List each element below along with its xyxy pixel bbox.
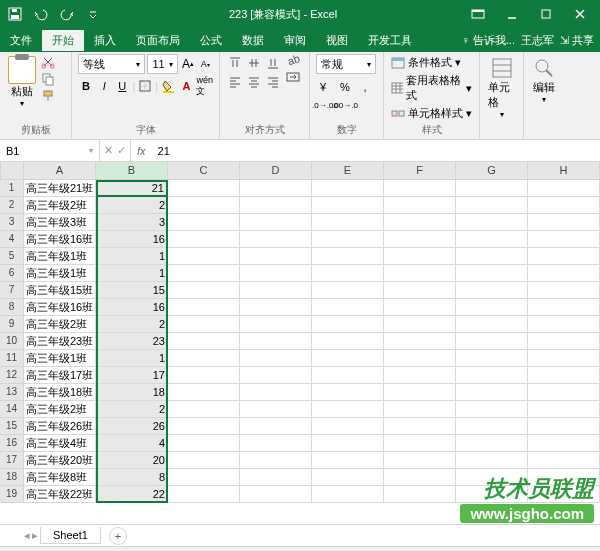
align-left-button[interactable]	[226, 73, 244, 91]
copy-button[interactable]	[40, 71, 56, 87]
cell[interactable]	[168, 367, 240, 384]
tab-文件[interactable]: 文件	[0, 30, 42, 51]
cell[interactable]	[528, 197, 600, 214]
cell[interactable]	[168, 435, 240, 452]
cell[interactable]	[528, 452, 600, 469]
cell[interactable]: 高三年级1班	[24, 265, 96, 282]
font-name-combo[interactable]: 等线▾	[78, 54, 145, 74]
cell[interactable]	[312, 197, 384, 214]
increase-font-button[interactable]: A▴	[180, 55, 195, 73]
cut-button[interactable]	[40, 54, 56, 70]
row-header[interactable]: 5	[0, 248, 24, 265]
cell[interactable]	[240, 265, 312, 282]
formula-input[interactable]	[152, 140, 600, 161]
fx-icon[interactable]: fx	[131, 145, 152, 157]
col-header-F[interactable]: F	[384, 162, 456, 180]
conditional-format-button[interactable]: 条件格式 ▾	[390, 54, 473, 71]
row-header[interactable]: 8	[0, 299, 24, 316]
cell[interactable]	[528, 350, 600, 367]
cell[interactable]	[528, 265, 600, 282]
cell[interactable]	[456, 265, 528, 282]
tab-视图[interactable]: 视图	[316, 30, 358, 51]
cell[interactable]	[384, 197, 456, 214]
cell[interactable]: 16	[96, 299, 168, 316]
cell[interactable]	[312, 350, 384, 367]
row-header[interactable]: 13	[0, 384, 24, 401]
cell[interactable]	[312, 469, 384, 486]
cell[interactable]: 高三年级26班	[24, 418, 96, 435]
phonetic-button[interactable]: wén文	[196, 77, 213, 95]
cell[interactable]: 18	[96, 384, 168, 401]
cell[interactable]	[312, 435, 384, 452]
cell[interactable]: 高三年级17班	[24, 367, 96, 384]
cell[interactable]	[312, 180, 384, 197]
cell[interactable]	[456, 248, 528, 265]
cell[interactable]: 高三年级15班	[24, 282, 96, 299]
cell[interactable]	[456, 367, 528, 384]
cell[interactable]	[384, 435, 456, 452]
cell[interactable]: 高三年级20班	[24, 452, 96, 469]
cell[interactable]: 2	[96, 197, 168, 214]
cell[interactable]	[312, 333, 384, 350]
row-header[interactable]: 7	[0, 282, 24, 299]
cell[interactable]	[240, 299, 312, 316]
cell[interactable]	[456, 384, 528, 401]
cell[interactable]	[456, 452, 528, 469]
select-all-corner[interactable]	[0, 162, 24, 180]
cell[interactable]	[528, 299, 600, 316]
cell[interactable]	[312, 248, 384, 265]
qat-dropdown[interactable]	[82, 3, 104, 25]
cell[interactable]: 15	[96, 282, 168, 299]
save-button[interactable]	[4, 3, 26, 25]
cell[interactable]	[168, 299, 240, 316]
cell[interactable]: 3	[96, 214, 168, 231]
cell[interactable]	[240, 384, 312, 401]
cell[interactable]	[312, 214, 384, 231]
cell[interactable]	[240, 435, 312, 452]
cell[interactable]	[528, 486, 600, 503]
cell[interactable]	[528, 282, 600, 299]
cell[interactable]	[312, 231, 384, 248]
cell[interactable]	[456, 435, 528, 452]
orientation-button[interactable]: ab	[286, 54, 300, 68]
cell[interactable]	[384, 316, 456, 333]
cell[interactable]	[312, 401, 384, 418]
cell[interactable]	[168, 180, 240, 197]
cell[interactable]	[528, 180, 600, 197]
undo-button[interactable]	[30, 3, 52, 25]
tab-开发工具[interactable]: 开发工具	[358, 30, 422, 51]
cell[interactable]	[528, 367, 600, 384]
cell[interactable]	[168, 418, 240, 435]
cell[interactable]	[456, 418, 528, 435]
col-header-H[interactable]: H	[528, 162, 600, 180]
cell[interactable]	[240, 214, 312, 231]
row-header[interactable]: 4	[0, 231, 24, 248]
user-name[interactable]: 王志军	[521, 33, 554, 48]
cell[interactable]	[384, 486, 456, 503]
col-header-E[interactable]: E	[312, 162, 384, 180]
cell[interactable]: 1	[96, 265, 168, 282]
cell[interactable]	[528, 214, 600, 231]
cell[interactable]: 高三年级2班	[24, 401, 96, 418]
cell[interactable]: 16	[96, 231, 168, 248]
tab-公式[interactable]: 公式	[190, 30, 232, 51]
cell[interactable]: 4	[96, 435, 168, 452]
cell[interactable]	[168, 350, 240, 367]
col-header-D[interactable]: D	[240, 162, 312, 180]
cell[interactable]	[312, 282, 384, 299]
cell[interactable]: 高三年级23班	[24, 333, 96, 350]
cell[interactable]	[168, 401, 240, 418]
col-header-G[interactable]: G	[456, 162, 528, 180]
row-header[interactable]: 6	[0, 265, 24, 282]
cell[interactable]	[240, 333, 312, 350]
cell[interactable]: 高三年级2班	[24, 316, 96, 333]
cells-area[interactable]: 高三年级21班21高三年级2班2高三年级3班3高三年级16班16高三年级1班1高…	[24, 180, 600, 524]
sheet-tab[interactable]: Sheet1	[40, 527, 101, 544]
number-format-combo[interactable]: 常规▾	[316, 54, 376, 74]
cell[interactable]	[168, 469, 240, 486]
cell[interactable]	[312, 486, 384, 503]
cell[interactable]	[168, 452, 240, 469]
cell[interactable]	[240, 469, 312, 486]
cell[interactable]	[456, 316, 528, 333]
cell[interactable]	[456, 197, 528, 214]
